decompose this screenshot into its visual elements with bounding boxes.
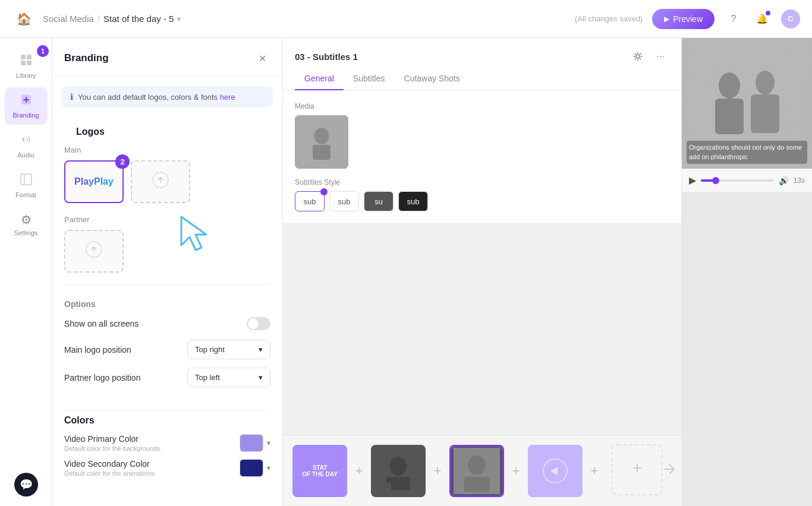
partner-logo-position-value: Top left bbox=[195, 373, 220, 382]
subtitle-style-3[interactable]: su bbox=[364, 191, 394, 211]
subtitle-style-2[interactable]: sub bbox=[329, 191, 359, 211]
timeline-clip-3[interactable] bbox=[449, 445, 504, 497]
partner-select-chevron-icon: ▾ bbox=[259, 373, 263, 382]
preview-empty-area bbox=[682, 192, 812, 506]
sidebar-item-branding[interactable]: Branding bbox=[5, 87, 48, 125]
close-button[interactable]: ✕ bbox=[254, 50, 270, 67]
timeline-strip: STATOF THE DAY + + bbox=[283, 435, 681, 506]
tab-cutaway-shots[interactable]: Cutaway Shots bbox=[395, 68, 470, 90]
primary-color-row: Video Primary Color Default color for th… bbox=[64, 434, 270, 452]
divider-2 bbox=[64, 410, 270, 410]
svg-point-15 bbox=[390, 457, 407, 476]
secondary-color-row: Video Secondary Color Default color for … bbox=[64, 459, 270, 477]
secondary-swatch-box[interactable] bbox=[240, 459, 263, 477]
svg-rect-0 bbox=[21, 55, 26, 59]
info-banner: ℹ You can add default logos, colors & fo… bbox=[62, 86, 273, 107]
add-clip-1[interactable]: + bbox=[347, 445, 371, 497]
partner-upload-box[interactable] bbox=[64, 230, 124, 273]
tab-subtitles[interactable]: Subtitles bbox=[344, 68, 395, 90]
add-clip-2[interactable]: + bbox=[426, 445, 449, 497]
help-button[interactable]: ? bbox=[724, 10, 743, 29]
segment-settings-button[interactable] bbox=[629, 48, 647, 65]
panel-header: Branding ✕ bbox=[52, 38, 282, 77]
main-logo-box[interactable]: ✓ PlayPlay bbox=[64, 160, 124, 203]
topbar: 🏠 Social Media / Stat of the day - 5 ▾ (… bbox=[0, 0, 812, 38]
primary-swatch-chevron[interactable]: ▾ bbox=[267, 439, 270, 447]
primary-swatch-box[interactable] bbox=[240, 434, 263, 452]
subtitle-styles: sub sub su sub bbox=[295, 191, 669, 211]
volume-icon[interactable]: 🔊 bbox=[779, 176, 789, 185]
partner-logo-boxes bbox=[64, 230, 270, 273]
timeline-clip-2[interactable] bbox=[371, 445, 426, 497]
preview-button[interactable]: ▶ Preview bbox=[652, 9, 715, 29]
audio-label: Audio bbox=[17, 151, 34, 159]
preview-thumbnail: Organizations should not only do some ad… bbox=[682, 38, 812, 169]
sidebar-item-audio[interactable]: Audio bbox=[5, 127, 48, 165]
secondary-swatch-chevron[interactable]: ▾ bbox=[267, 464, 270, 472]
add-clip-1-icon: + bbox=[355, 463, 363, 479]
content-gray-area bbox=[283, 224, 681, 435]
main-logo-label: Main bbox=[64, 146, 270, 154]
tab-general[interactable]: General bbox=[295, 68, 344, 90]
svg-rect-1 bbox=[27, 55, 32, 59]
main-layout: 1 Library Branding Audio Format bbox=[0, 38, 812, 506]
media-thumb-inner bbox=[295, 115, 348, 169]
partner-logo-position-label: Partner logo position bbox=[64, 373, 140, 382]
notifications-button[interactable]: 🔔 bbox=[753, 10, 772, 29]
clip-3-inner bbox=[451, 447, 502, 495]
close-icon: ✕ bbox=[259, 53, 266, 64]
timeline-clip-4[interactable] bbox=[528, 445, 583, 497]
sidebar-item-settings[interactable]: ⚙ Settings bbox=[5, 207, 48, 242]
sidebar-bottom: 💬 bbox=[14, 473, 38, 496]
info-icon: ℹ bbox=[70, 92, 73, 102]
sidebar: 1 Library Branding Audio Format bbox=[0, 38, 52, 506]
help-icon: ? bbox=[731, 14, 737, 24]
main-logo-position-label: Main logo position bbox=[64, 345, 131, 355]
toggle-knob bbox=[248, 318, 259, 329]
user-avatar[interactable]: C bbox=[781, 10, 800, 29]
partner-logo-position-select[interactable]: Top left ▾ bbox=[187, 368, 270, 387]
branding-label: Branding bbox=[12, 112, 39, 119]
media-thumbnail[interactable] bbox=[295, 115, 348, 169]
add-clip-3[interactable]: + bbox=[504, 445, 528, 497]
main-logo-subsection: Main 2 ✓ PlayPlay bbox=[64, 146, 270, 203]
panel-title: Branding bbox=[64, 52, 109, 64]
breadcrumb-current: Stat of the day - 5 bbox=[103, 14, 174, 24]
sidebar-item-format[interactable]: Format bbox=[5, 167, 48, 204]
logo-boxes: 2 ✓ PlayPlay bbox=[64, 160, 270, 203]
main-logo-position-row: Main logo position Top right ▾ bbox=[64, 340, 270, 359]
library-icon bbox=[20, 53, 33, 69]
main-logo-position-select[interactable]: Top right ▾ bbox=[187, 340, 270, 359]
svg-point-32 bbox=[756, 71, 775, 94]
progress-bar[interactable] bbox=[701, 179, 774, 182]
subtitle-style-4[interactable]: sub bbox=[398, 191, 428, 211]
add-scene-button[interactable]: + bbox=[611, 444, 663, 498]
secondary-color-desc: Default color for the animations bbox=[64, 470, 155, 477]
info-link[interactable]: here bbox=[220, 93, 235, 102]
dropdown-chevron-icon[interactable]: ▾ bbox=[177, 15, 181, 23]
segment-more-button[interactable]: ··· bbox=[652, 48, 669, 65]
primary-color-swatch[interactable]: ▾ bbox=[240, 434, 270, 452]
add-clip-4[interactable]: + bbox=[583, 445, 606, 497]
primary-color-label: Video Primary Color bbox=[64, 434, 160, 444]
segment-body: Media Subtitles Style bbox=[283, 90, 681, 223]
home-button[interactable]: 🏠 bbox=[12, 7, 36, 31]
clip-1-inner: STATOF THE DAY bbox=[292, 445, 347, 497]
timeline-end bbox=[663, 463, 675, 478]
breadcrumb-parent[interactable]: Social Media bbox=[43, 14, 94, 24]
svg-line-26 bbox=[669, 464, 674, 469]
preview-play-icon: ▶ bbox=[664, 15, 669, 23]
upload-logo-box[interactable] bbox=[131, 160, 190, 203]
svg-point-19 bbox=[468, 455, 485, 475]
show-all-screens-toggle[interactable] bbox=[247, 317, 270, 330]
play-button[interactable]: ▶ bbox=[689, 175, 696, 186]
style-2-icon: sub bbox=[338, 197, 351, 206]
timeline-clip-1[interactable]: STATOF THE DAY bbox=[292, 445, 347, 497]
divider-1 bbox=[64, 284, 270, 285]
options-section: Options Show on all screens Main logo po… bbox=[52, 290, 282, 405]
secondary-color-swatch[interactable]: ▾ bbox=[240, 459, 270, 477]
progress-handle[interactable] bbox=[712, 177, 719, 184]
library-label: Library bbox=[16, 72, 36, 79]
chat-button[interactable]: 💬 bbox=[14, 473, 38, 496]
subtitle-style-1[interactable]: sub bbox=[295, 191, 325, 211]
